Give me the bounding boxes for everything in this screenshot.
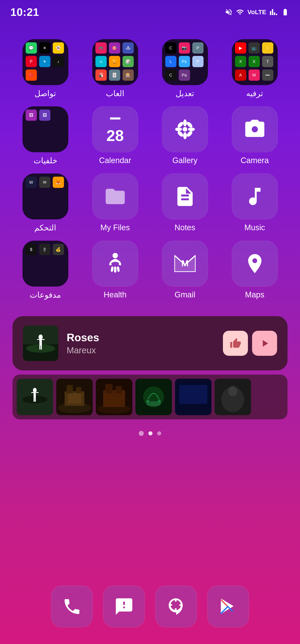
calendar-number: 28 bbox=[106, 128, 124, 144]
app-icon-tawasul[interactable]: 💬✕👻P✈♪🔴 bbox=[22, 39, 68, 85]
play-button[interactable] bbox=[252, 331, 277, 356]
app-icon-health[interactable] bbox=[92, 241, 138, 286]
svg-text:M: M bbox=[181, 258, 189, 268]
folder-mini-b: 🖼 bbox=[39, 110, 50, 121]
app-item-myfiles[interactable]: My Files bbox=[82, 174, 148, 232]
dock-phone[interactable] bbox=[51, 586, 93, 627]
app-item-altahakum[interactable]: W✉🦊التحكم bbox=[12, 174, 78, 232]
app-icon-alaaab[interactable]: 🎮🎯🕹⚔🏆🎲🎳🃏🎰 bbox=[92, 39, 138, 85]
svg-point-3 bbox=[183, 127, 187, 132]
app-icon-myfiles[interactable] bbox=[92, 174, 138, 220]
folder-mini-game2: 🎯 bbox=[109, 42, 120, 54]
app-item-health[interactable]: Health bbox=[82, 241, 148, 300]
folder-mini- bbox=[39, 190, 50, 202]
health-icon bbox=[104, 252, 127, 275]
app-icon-gmail[interactable]: M bbox=[162, 241, 208, 286]
folder-mini-snap: 👻 bbox=[53, 42, 64, 54]
dock-playstore[interactable] bbox=[207, 586, 249, 627]
page-dot-home bbox=[139, 431, 144, 436]
app-item-gallery[interactable]: Gallery bbox=[152, 106, 218, 165]
folder-mini-ps: Ps bbox=[179, 56, 190, 67]
app-icon-tadeel[interactable]: C📷PLPsPCPa bbox=[162, 39, 208, 85]
folder-mini-game5: 🏆 bbox=[109, 56, 120, 67]
gallery-icon bbox=[174, 118, 196, 141]
app-icon-maps[interactable] bbox=[232, 241, 278, 286]
album-thumb-4[interactable] bbox=[135, 379, 172, 415]
app-icon-madfouat[interactable]: $₿💰 bbox=[22, 241, 68, 286]
album-thumb-5[interactable]: FLUXWAVE bbox=[175, 379, 212, 415]
app-icon-camera[interactable] bbox=[232, 106, 278, 152]
page-dot-3 bbox=[157, 431, 161, 436]
folder-mini- bbox=[53, 257, 64, 268]
folder-mini-dark2: ₿ bbox=[39, 244, 50, 255]
app-label-camera: Camera bbox=[241, 156, 269, 165]
app-item-alaaab[interactable]: 🎮🎯🕹⚔🏆🎲🎳🃏🎰العاب bbox=[82, 39, 148, 98]
app-label-tarfeeh: ترفيه bbox=[246, 89, 263, 98]
app-item-camera[interactable]: Camera bbox=[222, 106, 288, 165]
folder-mini-reddit: 🔴 bbox=[26, 70, 37, 81]
music-info: Roses Mareux bbox=[67, 331, 215, 355]
camera-icon bbox=[243, 118, 266, 141]
music-title: Roses bbox=[67, 331, 215, 344]
app-item-calendar[interactable]: 28 Calendar bbox=[82, 106, 148, 165]
app-item-tadeel[interactable]: C📷PLPsPCPaتعديل bbox=[152, 39, 218, 98]
svg-rect-57 bbox=[228, 396, 237, 408]
app-icon-altahakum[interactable]: W✉🦊 bbox=[22, 174, 68, 220]
folder-mini- bbox=[39, 204, 50, 215]
app-icon-gallery[interactable] bbox=[162, 106, 208, 152]
app-item-tawasul[interactable]: 💬✕👻P✈♪🔴تواصل bbox=[12, 39, 78, 98]
album-thumb-3[interactable] bbox=[96, 379, 132, 415]
app-icon-notes[interactable] bbox=[162, 174, 208, 220]
mute-icon bbox=[225, 8, 233, 16]
app-item-kholfeyat[interactable]: 🖼🖼خلفيات bbox=[12, 106, 78, 165]
app-label-gmail: Gmail bbox=[175, 290, 195, 299]
app-item-tarfeeh[interactable]: ▶📺iXXTAM•••ترفيه bbox=[222, 39, 288, 98]
app-item-music[interactable]: Music bbox=[222, 174, 288, 232]
dock-messages[interactable] bbox=[103, 586, 145, 627]
app-item-maps[interactable]: Maps bbox=[222, 241, 288, 300]
svg-point-8 bbox=[177, 121, 184, 128]
folder-mini-camera2: 📷 bbox=[179, 42, 190, 54]
app-label-altahakum: التحكم bbox=[34, 223, 56, 232]
app-label-madfouat: مدفوعات bbox=[30, 290, 61, 300]
folder-mini- bbox=[192, 70, 204, 81]
maps-icon bbox=[243, 252, 266, 275]
folder-mini-game6: 🎲 bbox=[122, 56, 134, 67]
folder-mini- bbox=[39, 136, 50, 148]
folder-mini-telegram: ✈ bbox=[39, 56, 50, 67]
folder-mini-whatsapp: 💬 bbox=[26, 42, 37, 54]
app-label-tawasul: تواصل bbox=[34, 89, 56, 98]
album-thumb-2[interactable] bbox=[56, 379, 93, 415]
svg-rect-26 bbox=[41, 345, 42, 350]
folder-mini-lightroom: L bbox=[165, 56, 176, 67]
svg-point-12 bbox=[261, 123, 264, 126]
app-item-madfouat[interactable]: $₿💰مدفوعات bbox=[12, 241, 78, 300]
app-icon-kholfeyat[interactable]: 🖼🖼 bbox=[22, 106, 68, 152]
folder-mini-dark3: 💰 bbox=[53, 244, 64, 255]
app-icon-tarfeeh[interactable]: ▶📺iXXTAM••• bbox=[232, 39, 278, 85]
app-icon-calendar[interactable]: 28 bbox=[92, 106, 138, 152]
album-thumb-6[interactable] bbox=[215, 379, 251, 415]
folder-mini-fox: 🦊 bbox=[53, 177, 64, 188]
like-button[interactable] bbox=[223, 331, 248, 356]
app-label-tadeel: تعديل bbox=[176, 89, 194, 98]
svg-point-11 bbox=[186, 130, 193, 138]
folder-mini-tv1: 📺 bbox=[249, 42, 260, 54]
album-thumb-1[interactable] bbox=[17, 379, 53, 415]
folder-mini- bbox=[53, 70, 64, 81]
app-item-notes[interactable]: Notes bbox=[152, 174, 218, 232]
folder-mini-text1: T bbox=[262, 56, 273, 67]
app-icon-music[interactable] bbox=[232, 174, 278, 220]
svg-rect-14 bbox=[114, 266, 116, 272]
folder-mini- bbox=[53, 136, 64, 148]
folder-mini-game1: 🎮 bbox=[95, 42, 107, 54]
signal-icon bbox=[270, 8, 278, 16]
app-label-calendar: Calendar bbox=[99, 156, 131, 165]
battery-icon bbox=[281, 8, 290, 16]
app-item-gmail[interactable]: M Gmail bbox=[152, 241, 218, 300]
dock-browser[interactable] bbox=[155, 586, 197, 627]
svg-point-6 bbox=[175, 128, 182, 131]
notes-icon bbox=[174, 185, 196, 208]
folder-mini-mail: ✉ bbox=[39, 177, 50, 188]
folder-mini-muvi: M bbox=[249, 70, 260, 81]
